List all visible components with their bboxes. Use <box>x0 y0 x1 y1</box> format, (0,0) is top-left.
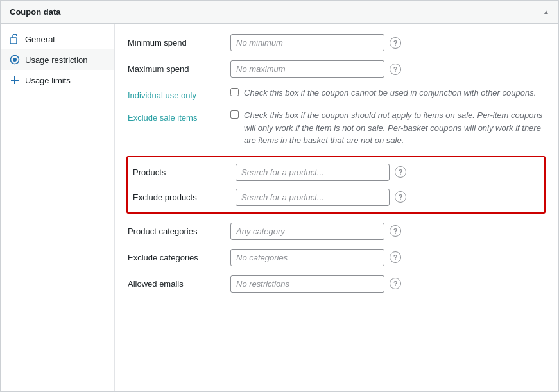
plus-icon <box>10 75 20 85</box>
panel-title: Coupon data <box>10 7 60 17</box>
individual-use-text: Check this box if the coupon cannot be u… <box>244 87 536 99</box>
exclude-products-field: ? <box>236 189 539 206</box>
maximum-spend-help[interactable]: ? <box>390 64 401 75</box>
svg-rect-0 <box>10 38 17 44</box>
products-field: ? <box>236 164 539 181</box>
minimum-spend-help[interactable]: ? <box>390 37 401 49</box>
sidebar-item-label-limits: Usage limits <box>25 76 71 85</box>
product-categories-label: Product categories <box>128 223 230 236</box>
allowed-emails-row: Allowed emails ? <box>128 275 546 293</box>
sidebar-item-usage-limits[interactable]: Usage limits <box>1 70 114 90</box>
minimum-spend-label: Minimum spend <box>128 34 230 47</box>
exclude-sale-field: Check this box if the coupon should not … <box>230 109 546 147</box>
exclude-sale-row: Exclude sale items Check this box if the… <box>128 109 546 147</box>
exclude-products-search-input[interactable] <box>236 189 390 206</box>
product-categories-field: ? <box>230 223 546 240</box>
products-row: Products ? <box>133 164 539 181</box>
minimum-spend-field: ? <box>230 34 546 51</box>
maximum-spend-field: ? <box>230 60 546 78</box>
exclude-sale-checkbox-row: Check this box if the coupon should not … <box>230 109 546 147</box>
product-categories-input[interactable] <box>230 223 384 240</box>
block-icon <box>10 55 20 65</box>
maximum-spend-label: Maximum spend <box>128 60 230 74</box>
individual-use-label: Individual use only <box>128 87 230 100</box>
sidebar-item-general[interactable]: General <box>1 29 114 49</box>
exclude-products-label: Exclude products <box>133 189 236 202</box>
coupon-data-panel: Coupon data ▲ General <box>0 0 559 392</box>
tag-icon <box>10 34 20 44</box>
allowed-emails-input[interactable] <box>230 275 384 293</box>
allowed-emails-help[interactable]: ? <box>390 278 401 289</box>
products-label: Products <box>133 164 236 177</box>
exclude-categories-row: Exclude categories ? <box>128 249 546 266</box>
minimum-spend-row: Minimum spend ? <box>128 34 546 51</box>
maximum-spend-input[interactable] <box>230 60 384 78</box>
minimum-spend-input[interactable] <box>230 34 384 51</box>
panel-body: General Usage restriction <box>1 24 558 391</box>
exclude-categories-label: Exclude categories <box>128 249 230 262</box>
main-content: Minimum spend ? Maximum spend ? Individu… <box>115 24 558 391</box>
products-search-input[interactable] <box>236 164 390 181</box>
individual-use-field: Check this box if the coupon cannot be u… <box>230 87 546 99</box>
highlighted-products-section: Products ? Exclude products ? <box>126 156 546 214</box>
exclude-categories-help[interactable]: ? <box>390 251 401 263</box>
sidebar: General Usage restriction <box>1 24 115 391</box>
exclude-sale-checkbox[interactable] <box>230 110 239 119</box>
exclude-products-help[interactable]: ? <box>395 191 406 203</box>
individual-use-checkbox-row: Check this box if the coupon cannot be u… <box>230 87 536 99</box>
panel-header: Coupon data ▲ <box>1 1 558 24</box>
maximum-spend-row: Maximum spend ? <box>128 60 546 78</box>
allowed-emails-field: ? <box>230 275 546 293</box>
exclude-products-row: Exclude products ? <box>133 189 539 206</box>
product-categories-help[interactable]: ? <box>390 225 401 237</box>
sidebar-item-label-general: General <box>25 35 55 44</box>
exclude-categories-field: ? <box>230 249 546 266</box>
products-help[interactable]: ? <box>395 166 406 178</box>
product-categories-row: Product categories ? <box>128 223 546 240</box>
exclude-sale-text: Check this box if the coupon should not … <box>244 109 546 147</box>
exclude-sale-label: Exclude sale items <box>128 109 230 123</box>
exclude-categories-input[interactable] <box>230 249 384 266</box>
sidebar-item-label-usage: Usage restriction <box>25 55 88 65</box>
individual-use-checkbox[interactable] <box>230 88 239 96</box>
individual-use-row: Individual use only Check this box if th… <box>128 87 546 100</box>
collapse-icon[interactable]: ▲ <box>543 8 549 15</box>
allowed-emails-label: Allowed emails <box>128 275 230 289</box>
sidebar-item-usage-restriction[interactable]: Usage restriction <box>1 49 114 70</box>
